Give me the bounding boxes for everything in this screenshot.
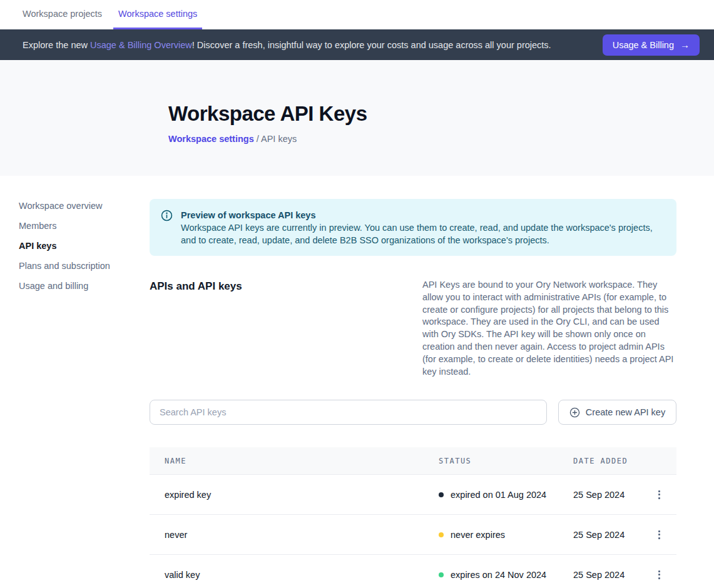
usage-billing-overview-link[interactable]: Usage & Billing Overview: [90, 40, 192, 50]
info-circle-icon: [161, 209, 173, 246]
table-row: never never expires 25 Sep 2024: [150, 515, 676, 555]
api-key-date-added: 25 Sep 2024: [573, 490, 641, 500]
status-dot-icon: [439, 492, 444, 497]
preview-callout: Preview of workspace API keys Workspace …: [150, 199, 676, 256]
preview-callout-text: Preview of workspace API keys Workspace …: [181, 209, 661, 246]
promo-text-after: ! Discover a fresh, insightful way to ex…: [192, 40, 551, 50]
api-key-name: valid key: [150, 570, 439, 580]
api-key-name: expired key: [150, 490, 439, 500]
preview-callout-body: Workspace API keys are currently in prev…: [181, 221, 661, 246]
status-dot-icon: [439, 572, 444, 577]
row-actions-button[interactable]: [655, 488, 664, 502]
sidebar-item-usage-and-billing[interactable]: Usage and billing: [19, 280, 150, 292]
status-text: expired on 01 Aug 2024: [451, 490, 546, 500]
settings-sidebar: Workspace overview Members API keys Plan…: [0, 176, 150, 588]
workspace-tabbar: Workspace projects Workspace settings: [0, 0, 714, 29]
kebab-menu-icon: [658, 570, 660, 579]
row-actions-button[interactable]: [655, 568, 664, 582]
api-key-status: expires on 24 Nov 2024: [439, 570, 573, 580]
page-title: Workspace API Keys: [168, 102, 714, 126]
table-row: valid key expires on 24 Nov 2024 25 Sep …: [150, 555, 676, 588]
arrow-right-icon: →: [680, 39, 690, 50]
tab-workspace-projects[interactable]: Workspace projects: [18, 0, 107, 29]
table-row: expired key expired on 01 Aug 2024 25 Se…: [150, 475, 676, 515]
column-header-status: STATUS: [439, 457, 573, 465]
status-text: expires on 24 Nov 2024: [451, 570, 546, 580]
kebab-menu-icon: [658, 530, 660, 539]
row-actions-cell: [641, 568, 676, 582]
row-actions-cell: [641, 488, 676, 502]
row-actions-cell: [641, 528, 676, 542]
sidebar-item-workspace-overview[interactable]: Workspace overview: [19, 200, 150, 212]
api-key-name: never: [150, 530, 439, 540]
breadcrumb-workspace-settings-link[interactable]: Workspace settings: [168, 134, 254, 144]
api-key-date-added: 25 Sep 2024: [573, 570, 641, 580]
breadcrumb-separator: /: [254, 134, 261, 144]
promo-text-before: Explore the new: [23, 40, 90, 50]
promo-banner-text: Explore the new Usage & Billing Overview…: [23, 40, 551, 50]
column-header-date-added: DATE ADDED: [573, 457, 641, 465]
status-dot-icon: [439, 532, 444, 537]
sidebar-item-plans-and-subscription[interactable]: Plans and subscription: [19, 260, 150, 272]
plus-circle-icon: [569, 407, 580, 418]
tab-workspace-settings[interactable]: Workspace settings: [113, 0, 202, 29]
apis-section-heading: APIs and API keys: [150, 279, 242, 378]
create-api-key-button[interactable]: Create new API key: [558, 400, 676, 425]
status-text: never expires: [451, 530, 505, 540]
table-header-row: NAME STATUS DATE ADDED: [150, 447, 676, 475]
api-keys-table: NAME STATUS DATE ADDED expired key expir…: [150, 447, 676, 588]
apis-section: APIs and API keys API Keys are bound to …: [150, 279, 676, 378]
usage-billing-promo-banner: Explore the new Usage & Billing Overview…: [0, 29, 714, 60]
search-input[interactable]: [150, 400, 547, 425]
usage-billing-button[interactable]: Usage & Billing →: [603, 34, 700, 56]
row-actions-button[interactable]: [655, 528, 664, 542]
content-layout: Workspace overview Members API keys Plan…: [0, 176, 714, 588]
api-key-date-added: 25 Sep 2024: [573, 530, 641, 540]
apis-section-description: API Keys are bound to your Ory Network w…: [422, 279, 676, 378]
kebab-menu-icon: [658, 490, 660, 499]
main-content: Preview of workspace API keys Workspace …: [150, 176, 676, 588]
breadcrumb-current: API keys: [261, 134, 297, 144]
sidebar-item-members[interactable]: Members: [19, 220, 150, 232]
sidebar-item-api-keys[interactable]: API keys: [19, 240, 150, 252]
page-header: Workspace API Keys Workspace settings / …: [0, 60, 714, 176]
api-key-status: never expires: [439, 530, 573, 540]
breadcrumb: Workspace settings / API keys: [168, 134, 714, 144]
create-api-key-button-label: Create new API key: [586, 407, 665, 417]
preview-callout-title: Preview of workspace API keys: [181, 209, 661, 221]
api-keys-toolbar: Create new API key: [150, 400, 676, 425]
column-header-name: NAME: [150, 457, 439, 465]
usage-billing-button-label: Usage & Billing: [613, 40, 674, 50]
api-key-status: expired on 01 Aug 2024: [439, 490, 573, 500]
